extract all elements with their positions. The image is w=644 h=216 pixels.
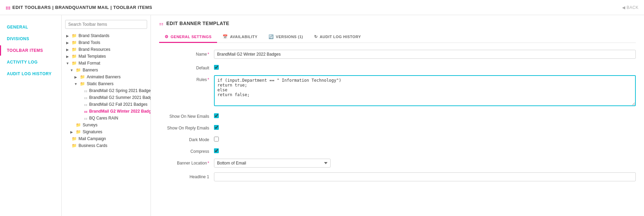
folder-icon: 📁 [72, 33, 77, 38]
default-label: Default [159, 64, 214, 70]
top-bar-left: ⚏ EDIT TOOLBARS | BRANDQUANTUM MAIL | TO… [5, 4, 152, 11]
list-item[interactable]: ▶ 📁 Brand Standards [62, 32, 151, 39]
chevron-right-icon: ▶ [65, 48, 70, 52]
calendar-icon: 📅 [223, 34, 228, 39]
tree-item-label: BrandMail G2 Fall 2021 Badges [89, 102, 147, 107]
tree-item-label: Animated Banners [87, 75, 121, 79]
tree-item-label: Mail Templates [79, 54, 106, 59]
settings-icon: ⚙ [165, 34, 169, 39]
sidebar-item-general[interactable]: GENERAL [0, 22, 61, 32]
rules-textarea[interactable]: if (input.Department == " Information Te… [214, 75, 636, 106]
list-item[interactable]: ▶ 📁 Mail Templates [62, 53, 151, 60]
tab-general-settings[interactable]: ⚙ GENERAL SETTINGS [159, 32, 217, 43]
spacer [77, 116, 82, 120]
tab-availability[interactable]: 📅 AVAILABILITY [217, 32, 263, 43]
sidebar-nav: GENERAL DIVISIONS TOOLBAR ITEMS ACTIVITY… [0, 15, 62, 216]
show-reply-emails-checkbox[interactable] [214, 125, 219, 130]
tree-container: ▶ 📁 Brand Standards ▶ 📁 Brand Tools ▶ 📁 … [62, 32, 151, 216]
spacer [65, 144, 70, 148]
compress-value [214, 147, 636, 153]
main-layout: GENERAL DIVISIONS TOOLBAR ITEMS ACTIVITY… [0, 15, 644, 216]
list-item[interactable]: ⚏ BrandMail G2 Summer 2021 Badges [62, 94, 151, 101]
headline1-row: Headline 1 [159, 172, 636, 181]
tab-versions[interactable]: 🔄 VERSIONS (1) [263, 32, 309, 43]
list-item[interactable]: ⚏ BQ Cares RAIN [62, 115, 151, 122]
dark-mode-label: Dark Mode [159, 135, 214, 142]
tabs: ⚙ GENERAL SETTINGS 📅 AVAILABILITY 🔄 VERS… [159, 32, 636, 43]
spacer [77, 96, 82, 100]
folder-icon: 📁 [72, 47, 77, 52]
banner-location-select[interactable]: Bottom of Email Top of Email [214, 159, 331, 168]
chevron-right-icon: ▶ [65, 34, 70, 38]
tree-item-label: Signatures [83, 129, 102, 134]
tree-item-label: Static Banners [87, 81, 114, 86]
banner-icon: ⚏ [84, 116, 87, 121]
chevron-right-icon: ▶ [73, 75, 78, 79]
versions-icon: 🔄 [269, 34, 274, 39]
default-checkbox[interactable] [214, 65, 219, 70]
headline1-value [214, 172, 636, 181]
list-item[interactable]: ▶ 📁 Brand Tools [62, 39, 151, 46]
spacer [77, 103, 82, 106]
list-item[interactable]: ▼ 📁 Mail Format [62, 60, 151, 67]
folder-icon: 📁 [72, 40, 77, 45]
search-input[interactable] [65, 20, 147, 29]
sidebar-item-audit-log-history[interactable]: AUDIT LOG HISTORY [0, 69, 61, 79]
tree-item-label: BrandMail G2 Winter 2022 Badges [89, 109, 151, 114]
edit-panel-header: ⚏ EDIT BANNER TEMPLATE [159, 21, 636, 26]
folder-icon: 📁 [72, 136, 77, 141]
list-item[interactable]: ⚏ BrandMail G2 Fall 2021 Badges [62, 101, 151, 108]
back-button[interactable]: ◀ BACK [622, 5, 639, 10]
list-item[interactable]: ▶ 📁 Animated Banners [62, 73, 151, 80]
tab-label: VERSIONS (1) [276, 35, 303, 39]
banner-icon: ⚏ [84, 89, 87, 93]
tree-item-label: Brand Tools [79, 40, 100, 45]
show-reply-emails-value [214, 124, 636, 130]
default-value [214, 64, 636, 70]
chevron-right-icon: ▶ [69, 130, 74, 134]
folder-icon: 📁 [76, 68, 81, 72]
folder-icon: 📁 [80, 75, 85, 79]
list-item[interactable]: 📁 Business Cards [62, 142, 151, 149]
sidebar-item-activity-log[interactable]: ACTIVITY LOG [0, 57, 61, 67]
show-new-emails-checkbox[interactable] [214, 113, 219, 118]
edit-panel-title: EDIT BANNER TEMPLATE [166, 21, 229, 26]
history-icon: ↻ [314, 34, 318, 39]
banner-icon: ⚏ [84, 95, 87, 100]
dark-mode-row: Dark Mode [159, 135, 636, 142]
chevron-right-icon: ▶ [65, 41, 70, 45]
tab-audit-log[interactable]: ↻ AUDIT LOG HISTORY [309, 32, 367, 43]
chevron-down-icon: ▼ [69, 68, 74, 72]
spacer [65, 137, 70, 141]
headline1-input[interactable] [214, 172, 636, 181]
sidebar-item-toolbar-items[interactable]: TOOLBAR ITEMS [0, 45, 61, 56]
tree-panel: ▶ 📁 Brand Standards ▶ 📁 Brand Tools ▶ 📁 … [62, 15, 151, 216]
tree-item-label: Surveys [83, 123, 97, 127]
tree-item-label: BrandMail G2 Spring 2021 Badges [89, 88, 151, 93]
name-row: Name* [159, 50, 636, 59]
headline1-label: Headline 1 [159, 172, 214, 179]
rules-row: Rules* if (input.Department == " Informa… [159, 75, 636, 107]
chevron-down-icon: ▼ [65, 61, 70, 65]
compress-checkbox[interactable] [214, 148, 219, 153]
list-item[interactable]: ▼ 📁 Banners [62, 67, 151, 73]
list-item[interactable]: 📁 Mail Campaign [62, 135, 151, 142]
list-item[interactable]: 📁 Surveys [62, 122, 151, 128]
folder-icon: 📁 [76, 129, 81, 134]
dark-mode-checkbox[interactable] [214, 137, 219, 141]
chevron-down-icon: ▼ [73, 82, 78, 86]
tab-label: AVAILABILITY [230, 35, 258, 39]
list-item[interactable]: ⚏ BrandMail G2 Spring 2021 Badges [62, 87, 151, 94]
list-item[interactable]: ▶ 📁 Brand Resources [62, 46, 151, 53]
edit-panel: ⚏ EDIT BANNER TEMPLATE ⚙ GENERAL SETTING… [151, 15, 644, 216]
name-input[interactable] [214, 50, 636, 59]
spacer [77, 89, 82, 93]
list-item[interactable]: ▼ 📁 Static Banners [62, 80, 151, 87]
show-new-emails-value [214, 112, 636, 118]
compress-label: Compress [159, 147, 214, 154]
sidebar-item-divisions[interactable]: DIVISIONS [0, 34, 61, 44]
banner-location-row: Banner Location* Bottom of Email Top of … [159, 159, 636, 168]
list-item[interactable]: ▶ 📁 Signatures [62, 128, 151, 135]
spacer [69, 123, 74, 127]
list-item-active[interactable]: ⚏ BrandMail G2 Winter 2022 Badges [62, 108, 151, 115]
